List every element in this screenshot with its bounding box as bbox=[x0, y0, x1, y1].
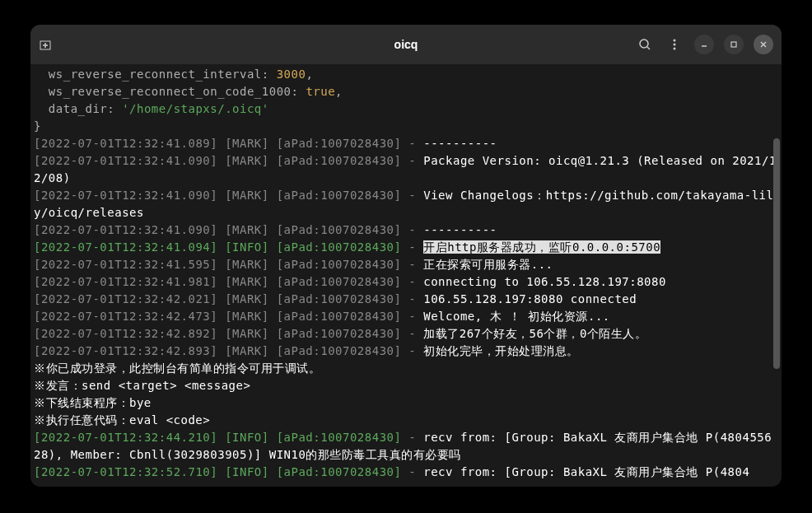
titlebar-right bbox=[635, 35, 773, 54]
terminal-window: oicq ws_reverse_reconnect_interval: 3000… bbox=[30, 25, 782, 487]
svg-line-4 bbox=[647, 47, 650, 49]
log-line: [2022-07-01T12:32:42.473] [MARK] [aPad:1… bbox=[34, 308, 778, 325]
help-line: ※下线结束程序：bye bbox=[34, 394, 778, 412]
terminal-content[interactable]: ws_reverse_reconnect_interval: 3000, ws_… bbox=[30, 64, 782, 487]
minimize-button[interactable] bbox=[694, 35, 714, 54]
log-line: [2022-07-01T12:32:41.094] [INFO] [aPad:1… bbox=[34, 239, 778, 256]
window-title: oicq bbox=[394, 38, 418, 51]
log-line: [2022-07-01T12:32:42.021] [MARK] [aPad:1… bbox=[34, 291, 778, 308]
trailing-log-area: [2022-07-01T12:32:44.210] [INFO] [aPad:1… bbox=[34, 429, 778, 481]
log-line: [2022-07-01T12:32:52.710] [INFO] [aPad:1… bbox=[34, 464, 778, 481]
config-line: ws_reverse_reconnect_interval: 3000, bbox=[34, 66, 778, 83]
menu-icon[interactable] bbox=[665, 35, 684, 54]
new-tab-icon[interactable] bbox=[39, 38, 52, 51]
log-line: [2022-07-01T12:32:41.090] [MARK] [aPad:1… bbox=[34, 152, 778, 187]
log-line: [2022-07-01T12:32:41.090] [MARK] [aPad:1… bbox=[34, 222, 778, 239]
maximize-button[interactable] bbox=[724, 35, 744, 54]
svg-point-3 bbox=[640, 40, 648, 48]
log-line: [2022-07-01T12:32:41.089] [MARK] [aPad:1… bbox=[34, 135, 778, 152]
svg-rect-9 bbox=[731, 42, 736, 47]
help-line: ※你已成功登录，此控制台有简单的指令可用于调试。 bbox=[34, 360, 778, 377]
svg-point-6 bbox=[674, 44, 676, 46]
config-brace: } bbox=[34, 118, 778, 135]
log-line: [2022-07-01T12:32:41.981] [MARK] [aPad:1… bbox=[34, 273, 778, 291]
search-icon[interactable] bbox=[635, 35, 655, 54]
log-line: [2022-07-01T12:32:42.892] [MARK] [aPad:1… bbox=[34, 325, 778, 343]
close-button[interactable] bbox=[754, 35, 773, 54]
scrollbar[interactable] bbox=[773, 138, 780, 369]
svg-point-5 bbox=[674, 40, 676, 42]
log-area: [2022-07-01T12:32:41.089] [MARK] [aPad:1… bbox=[34, 135, 778, 360]
titlebar: oicq bbox=[30, 25, 782, 64]
help-line: ※发言：send <target> <message> bbox=[34, 377, 778, 394]
config-line: ws_reverse_reconnect_on_code_1000: true, bbox=[34, 83, 778, 100]
config-line: data_dir: '/home/stapxs/.oicq' bbox=[34, 100, 778, 118]
log-line: [2022-07-01T12:32:41.090] [MARK] [aPad:1… bbox=[34, 187, 778, 222]
titlebar-left bbox=[39, 38, 52, 51]
log-line: [2022-07-01T12:32:42.893] [MARK] [aPad:1… bbox=[34, 343, 778, 360]
log-line: [2022-07-01T12:32:41.595] [MARK] [aPad:1… bbox=[34, 256, 778, 273]
svg-point-7 bbox=[674, 48, 676, 50]
log-line: [2022-07-01T12:32:44.210] [INFO] [aPad:1… bbox=[34, 429, 778, 464]
help-line: ※执行任意代码：eval <code> bbox=[34, 412, 778, 429]
